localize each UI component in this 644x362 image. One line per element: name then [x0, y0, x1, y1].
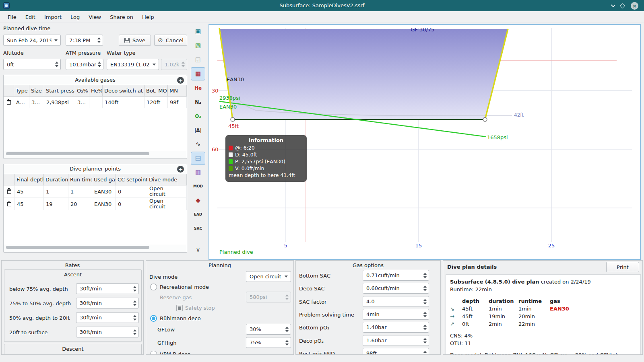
menu-share-on[interactable]: Share on [105, 12, 138, 22]
spinner-buttons[interactable] [283, 337, 291, 348]
point-gas-cell[interactable]: EAN30 [92, 198, 116, 210]
point-gas-cell[interactable]: EAN30 [92, 185, 116, 198]
best-mix-end-spinner[interactable]: 98ft [363, 348, 429, 355]
gfhigh-spinner[interactable]: 75% [246, 337, 291, 348]
gas-size-cell[interactable]: 3… [29, 97, 44, 108]
point-depth-cell[interactable]: 45 [15, 198, 44, 210]
gas-start-press-cell[interactable]: 2,938psi [44, 97, 75, 108]
atm-pressure-spinner[interactable]: 1013mbar [66, 59, 103, 70]
gas-he-cell[interactable] [89, 97, 103, 108]
spinner-buttons[interactable] [421, 296, 429, 306]
ead-icon[interactable]: EAD [191, 208, 205, 221]
menu-edit[interactable]: Edit [21, 12, 40, 22]
pp-threshold-icon[interactable]: |Δ| [191, 123, 205, 137]
gas-deco-switch-cell[interactable]: 140ft [103, 97, 144, 108]
ascent-rate-spinner[interactable]: 30ft/min [76, 327, 139, 337]
o2-graph-icon[interactable]: O₂ [191, 109, 205, 123]
spinner-buttons[interactable] [421, 322, 429, 332]
menu-view[interactable]: View [84, 12, 105, 22]
spinner-buttons[interactable] [421, 283, 429, 293]
tissues-icon[interactable]: ▥ [191, 166, 205, 179]
points-horizontal-scrollbar[interactable] [6, 246, 149, 249]
safety-stop-checkbox[interactable] [176, 305, 183, 311]
gas-o2-cell[interactable]: 3… [75, 97, 89, 108]
gas-type-cell[interactable]: A… [14, 97, 29, 108]
sac-icon[interactable]: SAC [191, 222, 205, 235]
spinner-buttons[interactable] [95, 35, 103, 45]
delete-point-button[interactable] [4, 198, 15, 210]
rate-value: 30ft/min [80, 286, 131, 292]
spinner-buttons[interactable] [283, 324, 291, 334]
calculated-ceiling-icon[interactable]: ▦ [191, 67, 205, 80]
save-button[interactable]: Save [119, 35, 151, 46]
menu-log[interactable]: Log [66, 12, 84, 22]
picture-icon[interactable]: ▧ [191, 39, 205, 52]
deco-po2-spinner[interactable]: 1.60bar [363, 335, 429, 346]
spinner-buttons[interactable] [131, 284, 138, 294]
bottom-sac-spinner[interactable]: 0.71cuft/min [363, 270, 429, 281]
gas-mn-cell[interactable]: 98f [168, 97, 187, 108]
spinner-buttons[interactable] [131, 313, 138, 323]
menu-file[interactable]: File [3, 12, 21, 22]
point-mode-cell[interactable]: Open circuit [147, 185, 177, 198]
point-runtime-cell[interactable]: 20 [68, 198, 92, 210]
dive-mode-select[interactable]: Open circuit [246, 271, 291, 282]
spinner-buttons[interactable] [421, 270, 429, 280]
dive-profile-chart[interactable]: GF 30/75 30 60 5 15 25 EAN30 2938psi EAN… [208, 24, 641, 260]
menu-help[interactable]: Help [138, 12, 159, 22]
add-gas-button[interactable]: + [177, 77, 184, 84]
point-duration-cell[interactable]: 19 [44, 198, 68, 210]
altitude-spinner[interactable]: 0ft [3, 59, 61, 70]
cancel-button[interactable]: ⊘ Cancel [154, 35, 187, 46]
spinner-buttons[interactable] [131, 298, 138, 308]
point-depth-cell[interactable]: 45 [15, 185, 44, 198]
spinner-buttons[interactable] [421, 309, 429, 319]
close-window-icon[interactable]: × [631, 2, 638, 10]
diver-icon[interactable]: ◆ [191, 194, 205, 207]
dive-date-select[interactable]: Sun Feb 24, 2019 [3, 35, 61, 46]
maximize-window-icon[interactable] [620, 3, 625, 8]
gflow-spinner[interactable]: 30% [246, 324, 291, 335]
spinner-buttons[interactable] [131, 327, 138, 337]
point-setpoint-cell[interactable]: 0 [116, 198, 147, 210]
mod-icon[interactable]: MOD [191, 180, 205, 193]
print-button[interactable]: Print [606, 262, 639, 272]
spinner-buttons[interactable] [421, 348, 429, 355]
ascent-rate-spinner[interactable]: 30ft/min [76, 312, 139, 323]
problem-solving-time-spinner[interactable]: 4min [363, 309, 429, 320]
shade-window-icon[interactable] [611, 3, 615, 7]
heart-rate-icon[interactable]: ∿ [191, 138, 205, 151]
gf-label: GF 30/75 [411, 27, 434, 33]
add-point-button[interactable]: + [177, 166, 184, 173]
spinner-buttons[interactable] [53, 59, 60, 70]
vpmb-deco-radio[interactable] [150, 351, 157, 355]
scroll-down-icon[interactable]: ∨ [191, 243, 205, 257]
n2-graph-icon[interactable]: N₂ [191, 95, 205, 109]
planner-point-handle[interactable] [231, 117, 235, 121]
recreational-mode-radio[interactable] [150, 284, 157, 290]
deco-sac-spinner[interactable]: 0.60cuft/min [363, 283, 429, 294]
planner-point-handle[interactable] [483, 117, 487, 121]
bottom-po2-spinner[interactable]: 1.40bar [363, 322, 429, 333]
dive-computer-icon[interactable]: ▣ [191, 25, 205, 38]
point-duration-cell[interactable]: 1 [44, 185, 68, 198]
he-graph-icon[interactable]: He [191, 81, 205, 95]
ceiling-icon[interactable]: ◱ [191, 53, 205, 66]
ascent-rate-spinner[interactable]: 30ft/min [76, 283, 139, 294]
ascent-rate-spinner[interactable]: 30ft/min [76, 298, 139, 309]
menu-import[interactable]: Import [40, 12, 66, 22]
gases-horizontal-scrollbar[interactable] [6, 152, 149, 155]
point-mode-cell[interactable]: Open circuit [147, 198, 177, 210]
buhlmann-deco-radio[interactable] [150, 315, 157, 322]
sac-factor-spinner[interactable]: 4.0 [363, 296, 429, 307]
water-type-select[interactable]: EN13319 (1.02k [107, 59, 159, 70]
delete-point-button[interactable] [4, 185, 15, 198]
delete-gas-button[interactable] [4, 97, 14, 108]
gas-bot-mod-cell[interactable]: 120ft [144, 97, 168, 108]
spinner-buttons[interactable] [421, 335, 429, 346]
point-setpoint-cell[interactable]: 0 [116, 185, 147, 198]
photos-icon[interactable]: ▤ [191, 152, 205, 165]
spinner-buttons[interactable] [96, 59, 103, 70]
dive-time-spinner[interactable]: 7:38 PM [66, 35, 103, 46]
point-runtime-cell[interactable]: 1 [68, 185, 92, 198]
